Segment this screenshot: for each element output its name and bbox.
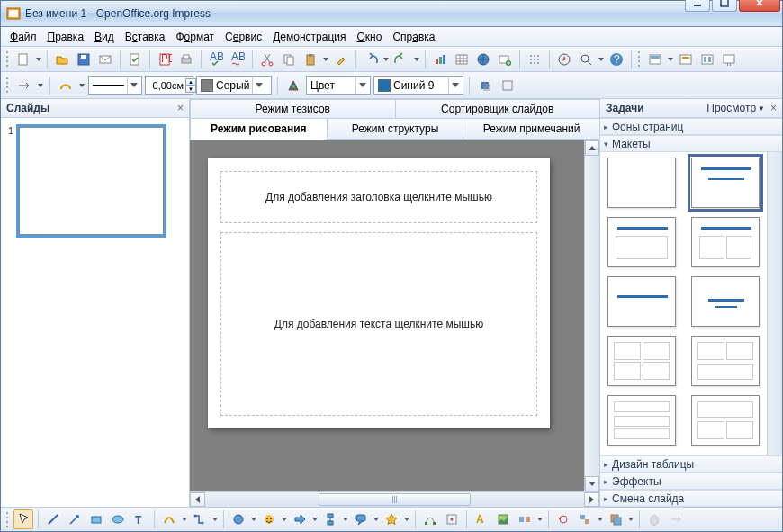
toolbar-grip-3[interactable] <box>4 77 10 95</box>
scroll-track[interactable] <box>585 156 599 476</box>
toolbar-grip-2[interactable] <box>636 50 642 68</box>
tab-drawing-view[interactable]: Режим рисования <box>190 119 328 140</box>
flowchart-tool[interactable] <box>320 509 340 529</box>
arrange-dropdown[interactable] <box>627 518 634 521</box>
layout-centered-text[interactable] <box>691 276 760 327</box>
line-endings-dropdown[interactable] <box>78 84 86 87</box>
layout-two-content[interactable] <box>691 217 760 267</box>
menu-format[interactable]: Формат <box>170 29 220 45</box>
slide-layout-button[interactable] <box>698 50 717 69</box>
line-color-combo[interactable]: Серый <box>196 76 272 95</box>
close-button[interactable] <box>739 0 780 12</box>
menu-edit[interactable]: Правка <box>42 29 90 45</box>
glue-points-tool[interactable] <box>442 509 462 529</box>
flowchart-dropdown[interactable] <box>342 518 349 521</box>
menu-view[interactable]: Вид <box>89 29 120 45</box>
insert-slide-button[interactable] <box>495 50 515 69</box>
horizontal-scrollbar[interactable] <box>190 491 599 507</box>
scroll-left-icon[interactable] <box>190 492 205 507</box>
copy-button[interactable] <box>279 50 299 69</box>
from-file-tool[interactable] <box>493 509 513 529</box>
line-endings-button[interactable] <box>56 76 76 95</box>
connector-dropdown[interactable] <box>212 518 219 521</box>
maximize-button[interactable] <box>712 0 737 12</box>
section-effects[interactable]: ▸Эффекты <box>600 473 782 490</box>
format-paintbrush-button[interactable] <box>331 50 351 69</box>
layout-1over2[interactable] <box>691 395 760 446</box>
hscroll-track[interactable] <box>205 492 584 507</box>
slides-panel-close-icon[interactable]: × <box>177 102 184 114</box>
layout-4-boxes[interactable] <box>608 336 676 386</box>
tab-structure-view[interactable]: Режим структуры <box>327 119 464 140</box>
block-arrows-dropdown[interactable] <box>311 518 319 521</box>
grid-button[interactable] <box>525 50 544 69</box>
undo-button[interactable] <box>361 50 381 69</box>
layout-title-center[interactable] <box>608 276 676 327</box>
redo-button[interactable] <box>392 50 411 69</box>
tab-notes-view[interactable]: Режим примечаний <box>463 119 600 140</box>
hyperlink-button[interactable] <box>473 50 493 69</box>
help-button[interactable]: ? <box>607 50 626 69</box>
line-width-spinner[interactable]: ▲▼ <box>145 76 194 95</box>
zoom-dropdown[interactable] <box>598 58 605 61</box>
undo-dropdown[interactable] <box>382 58 390 61</box>
hscroll-thumb[interactable] <box>319 493 470 506</box>
layout-title-only[interactable] <box>608 217 676 267</box>
autospell-button[interactable]: ABC <box>228 50 248 69</box>
spellcheck-button[interactable]: ABC <box>206 50 226 69</box>
paste-dropdown[interactable] <box>322 58 329 61</box>
align-tool[interactable] <box>575 509 595 529</box>
line-tool[interactable] <box>43 509 63 529</box>
scroll-down-icon[interactable] <box>585 476 599 491</box>
slideshow-button[interactable] <box>719 50 739 69</box>
scroll-right-icon[interactable] <box>584 492 599 507</box>
basic-shapes-dropdown[interactable] <box>250 518 257 521</box>
layout-blank[interactable] <box>608 158 676 208</box>
stars-tool[interactable] <box>382 509 401 529</box>
curve-tool[interactable] <box>159 509 179 529</box>
gallery-tool[interactable] <box>515 509 535 529</box>
scroll-up-icon[interactable] <box>585 140 599 156</box>
edit-file-button[interactable] <box>125 50 145 69</box>
block-arrows-tool[interactable] <box>290 509 310 529</box>
layout-title-content[interactable] <box>691 158 760 208</box>
email-button[interactable] <box>95 50 115 69</box>
tab-slide-sorter[interactable]: Сортировщик слайдов <box>395 99 601 118</box>
rotate-tool[interactable] <box>554 509 573 529</box>
section-transition[interactable]: ▸Смена слайда <box>600 490 782 507</box>
fontwork-tool[interactable]: A <box>472 509 491 529</box>
title-placeholder[interactable]: Для добавления заголовка щелкните мышью <box>220 171 537 223</box>
line-style-combo[interactable] <box>88 76 142 95</box>
interaction-tool[interactable] <box>666 509 686 529</box>
area-button[interactable] <box>284 76 303 95</box>
navigator-button[interactable] <box>554 50 574 69</box>
arrow-tool[interactable] <box>65 509 85 529</box>
menu-tools[interactable]: Сервис <box>220 29 267 45</box>
paste-button[interactable] <box>301 50 320 69</box>
toolbar-grip[interactable] <box>4 50 10 68</box>
slide-template-dropdown[interactable] <box>667 58 674 61</box>
layout-2over1[interactable] <box>691 336 760 386</box>
minimize-button[interactable] <box>685 0 710 12</box>
open-button[interactable] <box>52 50 72 69</box>
menu-help[interactable]: Справка <box>387 29 440 45</box>
callout-tool[interactable] <box>351 509 371 529</box>
extra-button[interactable] <box>498 76 518 95</box>
drawbar-grip[interactable] <box>4 510 10 528</box>
slide-design-button[interactable] <box>676 50 696 69</box>
text-tool[interactable]: T <box>130 509 149 529</box>
section-table-design[interactable]: ▸Дизайн таблицы <box>600 455 782 473</box>
section-master-pages[interactable]: ▸Фоны страниц <box>600 118 782 135</box>
new-button[interactable] <box>14 50 33 69</box>
fill-color-combo[interactable]: Синий 9 <box>374 76 464 95</box>
chart-button[interactable] <box>430 50 450 69</box>
rectangle-tool[interactable] <box>86 509 106 529</box>
points-tool[interactable] <box>420 509 440 529</box>
menu-slideshow[interactable]: Демонстрация <box>267 29 351 45</box>
gallery-dropdown[interactable] <box>536 518 544 521</box>
export-pdf-button[interactable]: PDF <box>155 50 175 69</box>
slide-thumbnail[interactable]: 1 <box>10 127 180 235</box>
line-width-input[interactable] <box>149 80 184 91</box>
curve-dropdown[interactable] <box>181 518 188 521</box>
slide-template-button[interactable] <box>645 50 665 69</box>
